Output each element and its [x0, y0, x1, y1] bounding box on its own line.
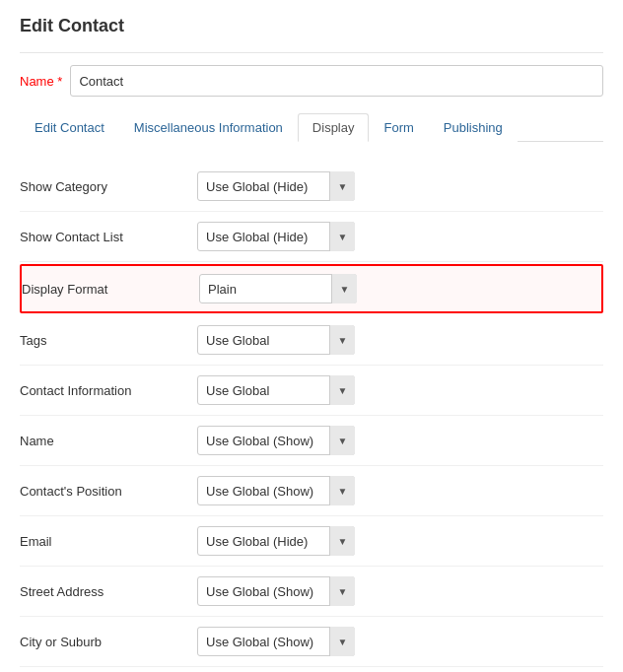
label-show-contact-list: Show Contact List	[20, 230, 197, 244]
select-display-format[interactable]: Plain	[199, 274, 357, 303]
select-contact-information[interactable]: Use Global	[197, 375, 355, 405]
label-email: Email	[20, 534, 197, 549]
name-label: Name *	[20, 74, 62, 89]
select-street-address[interactable]: Use Global (Show)	[197, 576, 355, 606]
row-state-or-county: State or County Use Global (Show) ▼	[20, 667, 603, 672]
select-wrapper-email: Use Global (Hide) ▼	[197, 526, 355, 556]
select-wrapper-contact-information: Use Global ▼	[197, 375, 355, 405]
select-city-or-suburb[interactable]: Use Global (Show)	[197, 627, 355, 656]
select-wrapper-street-address: Use Global (Show) ▼	[197, 576, 355, 606]
row-show-category: Show Category Use Global (Hide) ▼	[20, 162, 603, 212]
page-title: Edit Contact	[20, 16, 603, 36]
select-show-contact-list[interactable]: Use Global (Hide)	[197, 222, 355, 251]
tab-display[interactable]: Display	[298, 113, 370, 142]
row-email: Email Use Global (Hide) ▼	[20, 516, 603, 567]
row-tags: Tags Use Global ▼	[20, 315, 603, 366]
select-tags[interactable]: Use Global	[197, 325, 355, 355]
row-contacts-position: Contact's Position Use Global (Show) ▼	[20, 466, 603, 516]
row-show-contact-list: Show Contact List Use Global (Hide) ▼	[20, 212, 603, 262]
label-contacts-position: Contact's Position	[20, 484, 197, 499]
tab-edit-contact[interactable]: Edit Contact	[20, 113, 119, 142]
label-city-or-suburb: City or Suburb	[20, 635, 197, 649]
label-show-category: Show Category	[20, 179, 197, 194]
tab-bar: Edit Contact Miscellaneous Information D…	[20, 112, 603, 142]
select-show-category[interactable]: Use Global (Hide)	[197, 171, 355, 201]
select-wrapper-show-contact-list: Use Global (Hide) ▼	[197, 222, 355, 251]
label-street-address: Street Address	[20, 584, 197, 599]
label-tags: Tags	[20, 333, 197, 348]
row-contact-information: Contact Information Use Global ▼	[20, 366, 603, 416]
row-street-address: Street Address Use Global (Show) ▼	[20, 567, 603, 617]
select-wrapper-name: Use Global (Show) ▼	[197, 426, 355, 455]
label-display-format: Display Format	[22, 282, 199, 297]
tab-misc-info[interactable]: Miscellaneous Information	[119, 113, 298, 142]
select-email[interactable]: Use Global (Hide)	[197, 526, 355, 556]
select-wrapper-city-or-suburb: Use Global (Show) ▼	[197, 627, 355, 656]
label-contact-information: Contact Information	[20, 383, 197, 398]
select-contacts-position[interactable]: Use Global (Show)	[197, 476, 355, 505]
label-name: Name	[20, 434, 197, 448]
select-wrapper-display-format: Plain ▼	[199, 274, 357, 303]
row-display-format: Display Format Plain ▼	[20, 264, 603, 313]
select-wrapper-contacts-position: Use Global (Show) ▼	[197, 476, 355, 505]
row-city-or-suburb: City or Suburb Use Global (Show) ▼	[20, 617, 603, 667]
select-name[interactable]: Use Global (Show)	[197, 426, 355, 455]
select-wrapper-tags: Use Global ▼	[197, 325, 355, 355]
name-input[interactable]	[70, 65, 603, 97]
tab-form[interactable]: Form	[369, 113, 428, 142]
form-body: Show Category Use Global (Hide) ▼ Show C…	[20, 162, 603, 672]
select-wrapper-show-category: Use Global (Hide) ▼	[197, 171, 355, 201]
row-name: Name Use Global (Show) ▼	[20, 416, 603, 466]
tab-publishing[interactable]: Publishing	[429, 113, 518, 142]
